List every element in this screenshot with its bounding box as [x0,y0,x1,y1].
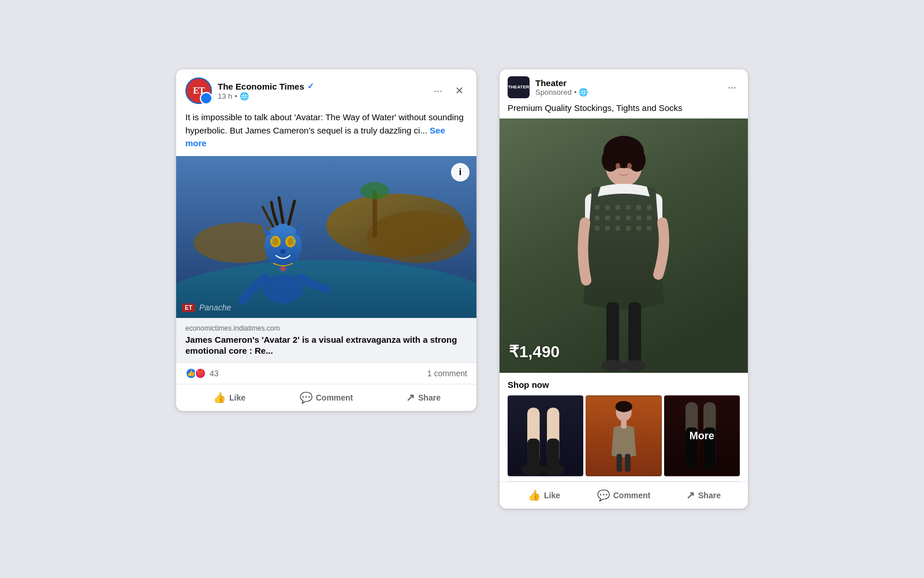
post-header: ET The Economic Times ✓ 13 h • 🌐 ··· ✕ [176,69,476,109]
svg-rect-31 [636,216,641,220]
svg-rect-34 [605,226,610,231]
ad-main-image: ₹1,490 [500,118,748,373]
svg-point-50 [627,163,632,169]
info-button[interactable]: i [451,163,470,181]
svg-rect-25 [636,205,641,210]
svg-rect-36 [626,226,631,231]
author-name: The Economic Times [218,81,304,91]
svg-point-54 [521,464,543,475]
svg-rect-51 [508,397,583,475]
svg-rect-32 [647,216,651,220]
svg-rect-62 [625,454,631,472]
product-1-svg [508,395,583,476]
et-watermark: ET [182,303,195,312]
like-icon: 👍 [213,391,226,404]
product-2-svg [586,395,661,476]
svg-rect-38 [647,226,651,231]
close-button[interactable]: ✕ [452,83,467,98]
svg-rect-29 [616,216,620,220]
dot-sep: • [574,88,577,97]
like-label: Like [229,393,245,402]
product-thumbnail-2[interactable] [586,395,661,476]
svg-rect-24 [626,205,631,210]
share-button[interactable]: ↗ Share [375,387,472,409]
ad-action-bar: 👍 Like 💬 Comment ↗ Share [500,481,748,509]
ad-more-options-button[interactable]: ··· [724,80,740,95]
svg-rect-46 [628,302,641,366]
product-grid: More [508,395,740,476]
verified-badge: ✓ [307,81,314,91]
ad-card: THEATER Theater Sponsored • 🌐 ··· Premiu… [500,69,748,509]
svg-rect-45 [606,302,619,366]
ad-share-button[interactable]: ↗ Share [664,484,743,506]
ad-share-label: Share [698,491,721,500]
svg-rect-35 [616,226,620,231]
ad-meta: Theater Sponsored • 🌐 [535,78,718,97]
more-overlay: More [664,395,740,476]
post-image-container: ET Panache i [176,156,476,318]
like-button[interactable]: 👍 Like [181,387,278,409]
love-reaction-icon: ❤️ [195,368,206,379]
svg-rect-26 [647,205,651,210]
comment-count[interactable]: 1 comment [427,369,467,378]
svg-point-47 [601,360,624,372]
price-tag: ₹1,490 [509,342,560,361]
post-text: It is impossible to talk about 'Avatar: … [176,109,476,156]
comment-icon: 💬 [300,391,312,404]
panache-text: Panache [199,303,231,312]
ad-logo: THEATER [508,76,530,98]
product-thumbnail-1[interactable] [508,395,583,476]
svg-rect-63 [621,420,627,429]
ad-like-button[interactable]: 👍 Like [504,484,584,506]
svg-rect-22 [605,205,610,210]
svg-point-57 [542,464,564,475]
time-text: 13 h [218,92,232,101]
link-title: James Cameron's 'Avatar 2' is a visual e… [185,334,467,357]
ad-comment-button[interactable]: 💬 Comment [584,484,664,506]
ad-sponsored: Sponsored • 🌐 [535,88,718,97]
post-time: 13 h • 🌐 [218,92,424,101]
svg-point-17 [281,266,285,271]
ad-header: THEATER Theater Sponsored • 🌐 ··· [500,69,748,103]
ad-comment-icon: 💬 [597,489,610,502]
feed-container: ET The Economic Times ✓ 13 h • 🌐 ··· ✕ I… [116,69,808,509]
comment-button[interactable]: 💬 Comment [278,387,375,409]
svg-point-60 [616,401,632,412]
svg-rect-27 [595,216,599,220]
post-actions-top: ··· ✕ [430,83,467,98]
svg-point-9 [264,224,301,268]
post-image: ET Panache i [176,156,476,318]
shop-now-section: Shop now [500,373,748,481]
ad-product-image-svg [500,118,748,373]
svg-point-43 [608,139,640,162]
sponsored-text: Sponsored [535,88,572,97]
svg-rect-33 [595,226,599,231]
share-icon: ↗ [406,391,415,404]
shop-now-label: Shop now [508,380,740,390]
ad-headline: Premium Quality Stockings, Tights and So… [500,103,748,118]
link-preview[interactable]: economictimes.indiatimes.com James Camer… [176,318,476,363]
svg-rect-21 [595,205,599,210]
post-body-text: It is impossible to talk about 'Avatar: … [185,112,464,135]
ad-brand: Theater [535,78,718,88]
dot-separator: • [234,92,237,101]
ad-like-label: Like [544,491,560,500]
globe-icon: 🌐 [579,88,588,97]
post-meta: The Economic Times ✓ 13 h • 🌐 [218,81,424,101]
ad-like-icon: 👍 [528,489,541,502]
svg-rect-61 [617,454,623,472]
post-author: The Economic Times ✓ [218,81,424,91]
reactions-bar: 👍 ❤️ 43 1 comment [176,363,476,384]
product-thumbnail-3[interactable]: More [664,395,740,476]
reaction-icons: 👍 ❤️ [185,368,206,379]
avatar-scene-svg [176,156,476,318]
comment-label: Comment [316,393,353,402]
action-bar: 👍 Like 💬 Comment ↗ Share [176,384,476,411]
link-domain: economictimes.indiatimes.com [185,324,467,332]
ad-comment-label: Comment [613,491,651,500]
svg-rect-23 [616,205,620,210]
avatar: ET [185,77,212,104]
more-options-button[interactable]: ··· [430,83,446,98]
globe-icon: 🌐 [240,92,249,101]
svg-point-3 [367,211,471,263]
